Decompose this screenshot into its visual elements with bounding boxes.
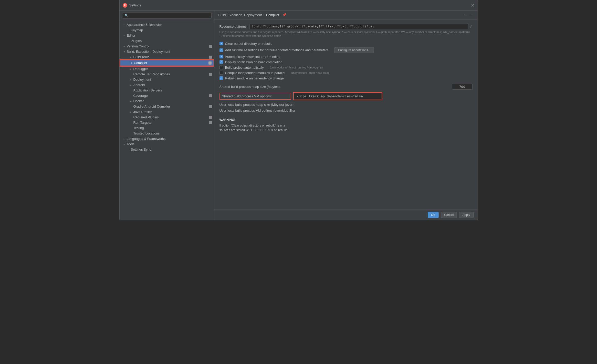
sidebar-item-label: Version Control: [127, 44, 150, 48]
sidebar-item-build-tools[interactable]: Build Tools: [120, 54, 214, 60]
sidebar-item-docker[interactable]: Docker: [120, 98, 214, 104]
configure-annotations-button[interactable]: Configure annotations...: [334, 47, 374, 53]
sidebar-item-version-control[interactable]: Version Control: [120, 44, 214, 49]
user-local-vm-label: User-local build process VM options (ove…: [219, 109, 473, 112]
sidebar-item-label: Application Servers: [133, 88, 162, 92]
breadcrumb-current: Compiler: [266, 13, 279, 17]
sidebar-item-gradle-android[interactable]: Gradle-Android Compiler: [120, 104, 214, 109]
arrow-icon: [123, 34, 126, 37]
compile-parallel-checkbox[interactable]: [219, 71, 223, 75]
sidebar-item-remote-jar[interactable]: Remote Jar Repositories: [120, 71, 214, 77]
sidebar-item-tools[interactable]: Tools: [120, 141, 214, 147]
heap-size-input[interactable]: [452, 84, 473, 90]
sidebar-item-deployment[interactable]: Deployment: [120, 77, 214, 82]
display-notification-label: Display notification on build completion: [225, 60, 282, 64]
settings-icon: [209, 73, 212, 76]
settings-icon: [209, 105, 212, 108]
checkbox-build-auto: Build project automatically (only works …: [219, 66, 473, 69]
settings-icon: [209, 121, 212, 124]
sidebar-item-label: Keymap: [131, 28, 143, 32]
rebuild-module-checkbox[interactable]: [219, 76, 223, 80]
resource-patterns-label: Resource patterns:: [219, 25, 248, 28]
sidebar-item-label: Editor: [127, 34, 135, 37]
close-button[interactable]: ✕: [471, 3, 475, 8]
sidebar-item-coverage[interactable]: Coverage: [120, 93, 214, 98]
sidebar-item-editor[interactable]: Editor: [120, 33, 214, 38]
sidebar-item-label: Deployment: [133, 78, 151, 81]
user-local-heap-label: User-local build process heap size (Mbyt…: [219, 103, 473, 107]
sidebar-item-app-servers[interactable]: Application Servers: [120, 88, 214, 93]
sidebar-item-keymap[interactable]: Keymap: [120, 27, 214, 33]
apply-button[interactable]: Apply: [459, 212, 473, 218]
checkbox-compile-parallel: Compile independent modules in parallel …: [219, 71, 473, 75]
sidebar-item-testing[interactable]: Testing: [120, 125, 214, 131]
show-error-label: Automatically show first error in editor: [225, 55, 281, 59]
add-runtime-checkbox[interactable]: [219, 48, 223, 52]
breadcrumb-separator: ›: [263, 13, 264, 17]
sidebar-item-java-profiler[interactable]: Java Profiler: [120, 109, 214, 115]
search-input[interactable]: [122, 13, 212, 19]
sidebar-item-label: Appearance & Behavior: [127, 23, 162, 27]
checkbox-display-notification: Display notification on build completion: [219, 60, 473, 64]
window-title: Settings: [129, 3, 141, 7]
sidebar-item-label: Remote Jar Repositories: [133, 72, 170, 76]
add-runtime-label: Add runtime assertions for notnull-annot…: [225, 48, 329, 52]
resource-patterns-row: Resource patterns: ⤢: [219, 24, 473, 29]
sidebar-item-label: Debugger: [133, 67, 148, 71]
main-layout: Appearance & Behavior Keymap Editor Plug…: [120, 11, 478, 220]
vm-options-input[interactable]: [294, 93, 381, 99]
arrow-icon: [123, 45, 126, 48]
vm-options-label: Shared build process VM options:: [222, 94, 272, 98]
sidebar-item-settings-sync[interactable]: Settings Sync: [120, 147, 214, 152]
arrow-icon: [129, 55, 133, 59]
build-auto-hint: (only works while not running / debuggin…: [270, 66, 323, 69]
build-auto-checkbox[interactable]: [219, 66, 223, 69]
vm-options-label-box: Shared build process VM options:: [219, 93, 291, 100]
checkbox-add-runtime: Add runtime assertions for notnull-annot…: [219, 47, 473, 53]
expand-icon[interactable]: ⤢: [469, 24, 473, 28]
clear-output-label: Clear output directory on rebuild: [225, 42, 273, 46]
display-notification-checkbox[interactable]: [219, 60, 223, 64]
sidebar-item-label: Coverage: [133, 94, 148, 98]
resource-hint: Use ; to separate patterns and ! to nega…: [219, 30, 473, 38]
sidebar-item-build-exec[interactable]: Build, Execution, Deployment: [120, 49, 214, 54]
sidebar-item-label: Languages & Frameworks: [127, 137, 166, 141]
sidebar-item-languages[interactable]: Languages & Frameworks: [120, 136, 214, 141]
rebuild-module-label: Rebuild module on dependency change: [225, 76, 284, 80]
show-error-checkbox[interactable]: [219, 55, 223, 58]
sidebar-item-compiler[interactable]: Compiler: [120, 60, 214, 66]
warning-line1: If option 'Clear output directory on reb…: [219, 123, 473, 128]
settings-icon: [209, 94, 212, 97]
sidebar-item-label: Plugins: [131, 39, 142, 43]
nav-back-icon[interactable]: ←: [463, 13, 467, 17]
sidebar-item-plugins[interactable]: Plugins: [120, 38, 214, 44]
sidebar-item-required-plugins[interactable]: Required Plugins: [120, 115, 214, 120]
sidebar-item-label: Compiler: [134, 61, 147, 65]
sidebar-tree: Appearance & Behavior Keymap Editor Plug…: [120, 21, 214, 220]
settings-window: P Settings ✕ Appearance & Behavior Keym: [119, 0, 478, 220]
sidebar-item-label: Android: [133, 83, 145, 87]
breadcrumb-parent: Build, Execution, Deployment: [218, 13, 262, 17]
arrow-icon: [129, 83, 133, 87]
clear-output-checkbox[interactable]: [219, 42, 223, 45]
sidebar: Appearance & Behavior Keymap Editor Plug…: [120, 11, 214, 220]
nav-forward-icon[interactable]: →: [469, 13, 474, 17]
user-local-heap-row: User-local build process heap size (Mbyt…: [219, 103, 473, 107]
settings-icon: [209, 56, 212, 59]
sidebar-item-android[interactable]: Android: [120, 82, 214, 88]
sidebar-item-debugger[interactable]: Debugger: [120, 66, 214, 71]
warning-box: WARNING! If option 'Clear output directo…: [219, 118, 473, 132]
sidebar-item-trusted-locations[interactable]: Trusted Locations: [120, 131, 214, 136]
warning-title: WARNING!: [219, 118, 473, 122]
checkbox-show-error: Automatically show first error in editor: [219, 55, 473, 59]
arrow-icon: [123, 23, 126, 27]
cancel-button[interactable]: Cancel: [441, 212, 457, 218]
checkbox-clear-output: Clear output directory on rebuild: [219, 42, 473, 46]
sidebar-item-label: Docker: [133, 99, 144, 103]
sidebar-item-appearance[interactable]: Appearance & Behavior: [120, 22, 214, 27]
vm-options-row: Shared build process VM options:: [219, 92, 473, 100]
sidebar-item-run-targets[interactable]: Run Targets: [120, 120, 214, 125]
ok-button[interactable]: OK: [428, 212, 439, 218]
resource-patterns-input[interactable]: [249, 24, 468, 29]
heap-size-label: Shared build process heap size (Mbytes):: [219, 85, 452, 89]
